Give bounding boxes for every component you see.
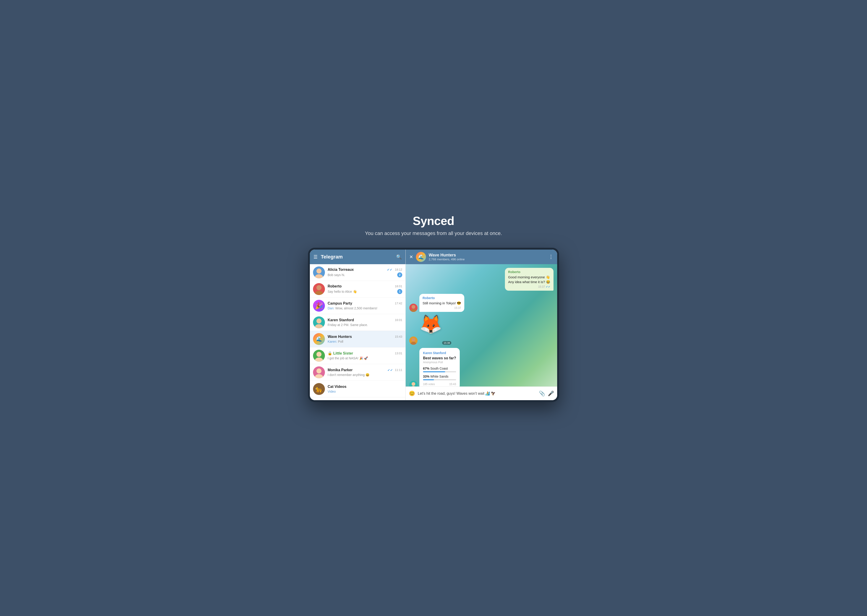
- chat-name-alicia: Alicia Torreaux: [328, 268, 353, 272]
- poll-option-label-1: 67% South Coast: [423, 367, 456, 370]
- chat-info-monika: Monika Parker ✔✔ 11:11 I don't remember …: [328, 368, 402, 377]
- chat-info-littlesister: 🔒 Little Sister 13:01 I got the job at N…: [328, 351, 402, 360]
- chat-preview-campus: Dan: Wow, almost 2,500 members!: [328, 306, 377, 310]
- chat-time-monika: 11:11: [395, 368, 402, 372]
- avatar-catvideos: 🐆: [313, 383, 325, 395]
- chat-preview-karen: Friday at 2 PM. Same place.: [328, 323, 368, 327]
- chat-time-wavehunters: 15:43: [395, 335, 402, 338]
- chat-item-alicia[interactable]: Alicia Torreaux ✔✔ 18:12 Bob says hi. 2: [310, 264, 405, 281]
- chat-name-monika: Monika Parker: [328, 368, 352, 372]
- hamburger-icon[interactable]: ☰: [314, 254, 317, 259]
- msg-avatar-poll: [409, 381, 418, 387]
- chat-name-campus: Campus Party: [328, 302, 352, 305]
- avatar-wavehunters-header: 🌊: [416, 252, 426, 262]
- svg-point-4: [316, 285, 322, 290]
- chat-item-karen[interactable]: Karen Stanford 16:01 Friday at 2 PM. Sam…: [310, 314, 405, 331]
- more-options-button[interactable]: ⋮: [548, 254, 553, 260]
- poll-card: Karen Stanford Best waves so far? Anonym…: [419, 348, 460, 387]
- poll-option-2: 33% White Sands: [423, 375, 456, 380]
- chat-preview-catvideos: Video: [328, 390, 336, 393]
- device-frame: ☰ Telegram 🔍: [308, 248, 559, 402]
- chat-name-row: Alicia Torreaux ✔✔ 18:12: [328, 268, 402, 272]
- chat-name-row-catvideos: Cat Videos: [328, 385, 402, 389]
- chat-item-catvideos[interactable]: 🐆 Cat Videos Video: [310, 381, 405, 398]
- chat-preview-alicia: Bob says hi.: [328, 273, 345, 277]
- svg-point-16: [412, 305, 415, 309]
- avatar-alicia: [313, 267, 325, 278]
- msg-sender-out: Roberto: [508, 270, 550, 274]
- app-container: ☰ Telegram 🔍: [310, 250, 557, 400]
- chat-input-bar: 😊 📎 🎤: [406, 387, 557, 400]
- chat-name-catvideos: Cat Videos: [328, 385, 346, 389]
- poll-sender: Karen Stanford: [423, 351, 456, 355]
- messages-area: Roberto Good morning everyone 👋Any idea …: [409, 268, 553, 387]
- svg-point-19: [412, 338, 415, 341]
- chat-item-monika[interactable]: Monika Parker ✔✔ 11:11 I don't remember …: [310, 364, 405, 381]
- chat-preview-wavehunters: Karen: Poll: [328, 340, 343, 343]
- search-icon[interactable]: 🔍: [396, 254, 402, 259]
- chat-item-roberto[interactable]: Roberto 18:01 Say hello to Alice 👋 1: [310, 281, 405, 297]
- attach-button[interactable]: 📎: [539, 391, 545, 396]
- msg-avatar-roberto: [409, 304, 418, 312]
- avatar-roberto: [313, 283, 325, 295]
- msg-text-out: Good morning everyone 👋Any idea what tim…: [508, 275, 550, 284]
- avatar-karen: [313, 316, 325, 328]
- svg-point-22: [412, 382, 415, 386]
- chat-preview-monika: I don't remember anything 😄: [328, 373, 369, 377]
- chat-info-catvideos: Cat Videos Video: [328, 385, 402, 394]
- poll-bar-fill-1: [423, 371, 445, 372]
- poll-bar-fill-2: [423, 379, 434, 380]
- msg-bubble-incoming-1: Roberto Still morning in Tokyo! 😎 15:37: [419, 294, 464, 312]
- double-check-icon: ✔✔: [546, 285, 550, 288]
- msg-bubble-outgoing-1: Roberto Good morning everyone 👋Any idea …: [505, 268, 553, 291]
- svg-point-10: [316, 352, 322, 357]
- sticker-emoji: 🦊: [419, 315, 451, 333]
- chat-info-wavehunters: Wave Hunters 15:43 Karen: Poll: [328, 335, 402, 344]
- header-left: ☰ Telegram: [314, 254, 343, 260]
- poll-question: Best waves so far?: [423, 356, 456, 360]
- poll-time: 15:43: [449, 383, 456, 386]
- app-title: Telegram: [321, 254, 343, 260]
- chat-name-row-littlesister: 🔒 Little Sister 13:01: [328, 351, 402, 355]
- poll-footer: 185 votes 15:43: [423, 383, 456, 386]
- chat-preview-roberto: Say hello to Alice 👋: [328, 290, 357, 294]
- mic-button[interactable]: 🎤: [548, 391, 554, 396]
- chat-list-header: ☰ Telegram 🔍: [310, 250, 405, 264]
- chat-time-karen: 16:01: [395, 318, 402, 322]
- chat-info-roberto: Roberto 18:01 Say hello to Alice 👋 1: [328, 284, 402, 294]
- chat-name-row-karen: Karen Stanford 16:01: [328, 318, 402, 322]
- avatar-wavehunters: 🌊: [313, 333, 325, 345]
- msg-incoming-1: Roberto Still morning in Tokyo! 😎 15:37: [409, 294, 553, 312]
- chat-time-littlesister: 13:01: [395, 352, 402, 355]
- chat-time-roberto: 18:01: [395, 284, 402, 288]
- poll-option-1: 67% South Coast: [423, 367, 456, 372]
- avatar-campus: 🎉: [313, 300, 325, 312]
- poll-option-label-2: 33% White Sands: [423, 375, 456, 378]
- chat-view-header: ✕ 🌊 Wave Hunters 2,768 members, 496 onli…: [406, 250, 557, 264]
- msg-sticker: 🦊 15:38: [409, 315, 553, 345]
- chat-info-campus: Campus Party 17:42 Dan: Wow, almost 2,50…: [328, 302, 402, 310]
- msg-time-out: 15:37 ✔✔: [508, 285, 550, 288]
- chat-item-wavehunters[interactable]: 🌊 Wave Hunters 15:43 Karen: Poll: [310, 331, 405, 347]
- msg-time-in-1: 15:37: [423, 306, 461, 310]
- chat-item-littlesister[interactable]: 🔒 Little Sister 13:01 I got the job at N…: [310, 347, 405, 364]
- chat-name-row-monika: Monika Parker ✔✔ 11:11: [328, 368, 402, 372]
- message-input[interactable]: [418, 391, 536, 396]
- chat-view-meta: 2,768 members, 496 online: [429, 258, 546, 261]
- chat-item-campus[interactable]: 🎉 Campus Party 17:42 Dan: Wow, almost 2,…: [310, 297, 405, 314]
- chat-info-alicia: Alicia Torreaux ✔✔ 18:12 Bob says hi. 2: [328, 268, 402, 277]
- chat-name-roberto: Roberto: [328, 284, 342, 288]
- sticker-image: 🦊 15:38: [419, 315, 451, 345]
- emoji-button[interactable]: 😊: [409, 391, 415, 396]
- device-inner: ☰ Telegram 🔍: [310, 250, 557, 400]
- chat-name-row-campus: Campus Party 17:42: [328, 302, 402, 305]
- close-button[interactable]: ✕: [409, 254, 413, 259]
- sticker-time: 15:38: [442, 341, 451, 345]
- svg-point-13: [316, 368, 322, 374]
- badge-alicia: 2: [397, 272, 402, 277]
- chat-time-campus: 17:42: [395, 302, 402, 305]
- page-subtitle: You can access your messages from all yo…: [365, 230, 502, 236]
- badge-roberto: 1: [397, 289, 402, 294]
- svg-point-7: [316, 319, 322, 324]
- chat-list-panel: ☰ Telegram 🔍: [310, 250, 406, 400]
